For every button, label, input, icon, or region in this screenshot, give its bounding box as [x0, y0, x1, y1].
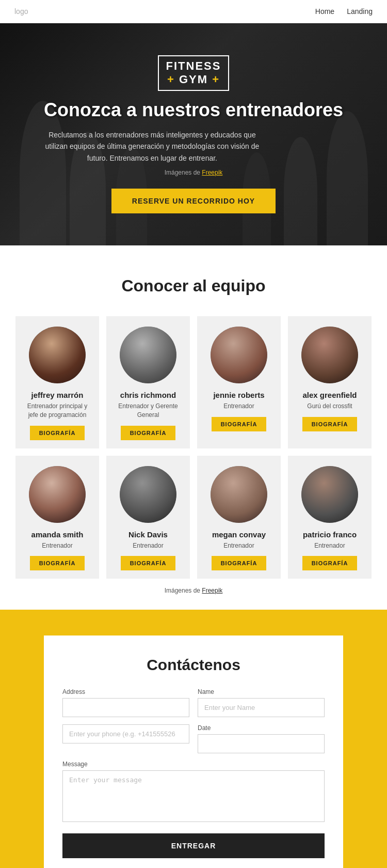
bio-button[interactable]: BIOGRAFÍA: [30, 556, 85, 570]
avatar-image: [211, 466, 267, 523]
team-card: alex greenfield Gurú del crossfit BIOGRA…: [288, 316, 372, 448]
trainer-role: Entrenador: [42, 541, 72, 550]
avatar-image: [301, 327, 358, 383]
avatar-image: [120, 327, 176, 383]
team-card: jennie roberts Entrenador BIOGRAFÍA: [197, 316, 281, 448]
address-input[interactable]: [62, 698, 189, 717]
trainer-avatar: [301, 327, 358, 383]
trainer-role: Entrenador: [133, 541, 163, 550]
trainer-avatar: [29, 466, 86, 523]
nav-links: Home Landing: [315, 7, 373, 16]
team-card: jeffrey marrón Entrenador principal y je…: [15, 316, 99, 448]
trainer-avatar: [211, 466, 267, 523]
message-input[interactable]: [62, 770, 325, 822]
navbar: logo Home Landing: [0, 0, 387, 23]
trainer-role: Entrenador: [223, 541, 254, 550]
bio-button[interactable]: BIOGRAFÍA: [121, 556, 176, 570]
bio-button[interactable]: BIOGRAFÍA: [212, 417, 267, 431]
bio-button[interactable]: BIOGRAFÍA: [121, 426, 176, 440]
team-grid: jeffrey marrón Entrenador principal y je…: [15, 316, 372, 579]
submit-button[interactable]: ENTREGAR: [62, 833, 325, 858]
date-input[interactable]: [198, 734, 325, 753]
trainer-role: Entrenador: [223, 402, 254, 411]
phone-input[interactable]: [62, 724, 189, 743]
avatar-image: [29, 466, 86, 523]
date-label: Date: [198, 724, 325, 732]
name-label: Name: [198, 688, 325, 695]
contact-section: Contáctenos Address Name Date Message: [0, 610, 387, 868]
avatar-image: [29, 327, 86, 383]
team-card: amanda smith Entrenador BIOGRAFÍA: [15, 456, 99, 579]
nav-home[interactable]: Home: [315, 7, 334, 16]
trainer-avatar: [120, 327, 176, 383]
trainer-name: alex greenfield: [302, 391, 357, 399]
trainer-name: chris richmond: [120, 391, 176, 399]
trainer-avatar: [211, 327, 267, 383]
team-card: megan convay Entrenador BIOGRAFÍA: [197, 456, 281, 579]
freepik-link-team[interactable]: Freepik: [202, 587, 222, 594]
message-label: Message: [62, 761, 325, 768]
gym-dumbbell-right: +: [212, 73, 220, 86]
hero-description: Reclutamos a los entrenadores más inteli…: [44, 129, 261, 164]
team-card: Nick Davis Entrenador BIOGRAFÍA: [106, 456, 190, 579]
contact-title: Contáctenos: [62, 656, 325, 674]
team-freepik-credit: Imágenes de Freepik: [15, 587, 372, 594]
hero-cta-button[interactable]: RESERVE UN RECORRIDO HOY: [111, 189, 276, 213]
avatar-image: [301, 466, 358, 523]
hero-section: FITNESS + GYM + Conozca a nuestros entre…: [0, 23, 387, 245]
trainer-name: Nick Davis: [128, 530, 168, 539]
bio-button[interactable]: BIOGRAFÍA: [302, 556, 358, 570]
team-card: chris richmond Entrenador y Gerente Gene…: [106, 316, 190, 448]
address-label: Address: [62, 688, 189, 695]
trainer-role: Entrenador principal y jefe de programac…: [22, 402, 93, 420]
avatar-image: [120, 466, 176, 523]
contact-card: Contáctenos Address Name Date Message: [44, 636, 343, 868]
trainer-avatar: [301, 466, 358, 523]
hero-gym-logo: FITNESS + GYM +: [44, 55, 343, 91]
team-card: patricio franco Entrenador BIOGRAFÍA: [288, 456, 372, 579]
trainer-role: Gurú del crossfit: [307, 402, 352, 411]
trainer-name: megan convay: [212, 530, 266, 539]
gym-logo-line1: FITNESS: [166, 59, 221, 72]
trainer-name: amanda smith: [31, 530, 84, 539]
bio-button[interactable]: BIOGRAFÍA: [30, 426, 85, 440]
trainer-avatar: [29, 327, 86, 383]
trainer-role: Entrenador: [314, 541, 345, 550]
bio-button[interactable]: BIOGRAFÍA: [212, 556, 267, 570]
hero-content: FITNESS + GYM + Conozca a nuestros entre…: [34, 45, 353, 224]
name-input[interactable]: [198, 698, 325, 717]
bio-button[interactable]: BIOGRAFÍA: [302, 417, 358, 431]
team-section: Conocer al equipo jeffrey marrón Entrena…: [0, 245, 387, 610]
nav-logo: logo: [14, 7, 28, 16]
avatar-image: [211, 327, 267, 383]
trainer-name: jennie roberts: [213, 391, 264, 399]
freepik-link-hero[interactable]: Freepik: [202, 169, 222, 176]
trainer-name: patricio franco: [303, 530, 357, 539]
hero-credit: Imágenes de Freepik: [44, 169, 343, 176]
hero-title: Conozca a nuestros entrenadores: [44, 99, 343, 121]
trainer-role: Entrenador y Gerente General: [112, 402, 184, 420]
trainer-avatar: [120, 466, 176, 523]
trainer-name: jeffrey marrón: [31, 391, 84, 399]
team-section-title: Conocer al equipo: [15, 276, 372, 296]
gym-logo-line2: GYM: [179, 73, 208, 86]
nav-landing[interactable]: Landing: [347, 7, 373, 16]
gym-dumbbell-left: +: [167, 73, 175, 86]
